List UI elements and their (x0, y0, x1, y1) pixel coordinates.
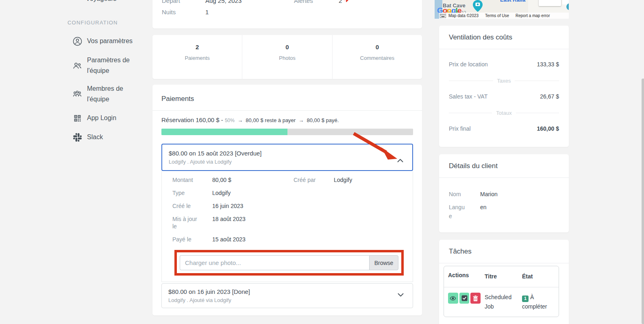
reservation-percent: 50% (225, 118, 235, 123)
payment-subtitle: Lodgify . Ajouté via Lodgify (168, 297, 406, 303)
sidebar-item-slack[interactable]: Slack (72, 132, 141, 142)
detail-row: Montant 80,00 $ Créé par Lodgify (162, 173, 413, 186)
client-name-value: Marion (480, 190, 498, 199)
final-price-row: Prix final 160,00 $ (439, 125, 569, 132)
costs-title: Ventilation des coûts (439, 26, 569, 49)
stat-commentaires: 0 Commentaires (332, 35, 422, 79)
map[interactable]: East Raila Bat Cave ถ้ำค้างคาว Google Ma… (435, 0, 569, 19)
photo-upload-group: Browse (180, 255, 398, 270)
sidebar-item-label: App Login (87, 113, 141, 123)
stat-label: Commentaires (360, 55, 395, 61)
checkbox-icon (461, 295, 468, 301)
sidebar-item-membres-equipe[interactable]: Membres de l'équipe (72, 83, 141, 105)
tasks-title: Tâches (439, 240, 569, 263)
payment-title: $80.00 on 16 juin 2023 [Done] (168, 288, 406, 295)
chevron-up-icon[interactable] (397, 157, 403, 164)
browse-button[interactable]: Browse (369, 255, 398, 270)
column-titre: Titre (481, 266, 518, 287)
tasks-table-header: Actions Titre État (444, 266, 559, 287)
task-row: Scheduled Job 1À compléter (444, 287, 559, 317)
detail-value: 18 août 2023 (212, 215, 246, 230)
sidebar-item-voyageurs[interactable]: Voyageurs (86, 0, 117, 2)
tasks-card: Tâches Actions Titre État (439, 240, 569, 324)
booking-info-card: Départ Aug 25, 2023 Alertes 2 Nuits 1 (152, 0, 422, 28)
tasks-table: Actions Titre État (444, 266, 559, 317)
sidebar-item-parametres-equipe[interactable]: Paramètres de l'équipe (72, 55, 141, 76)
sidebar-item-label: Slack (87, 132, 141, 142)
app-screen: Voyageurs CONFIGURATION Vos paramètres P… (0, 0, 644, 324)
scrollbar-thumb[interactable] (642, 79, 644, 324)
tax-row: Sales tax - VAT 26,67 $ (439, 93, 569, 100)
detail-label: Créé le (172, 202, 198, 210)
payment-summary: Réservation 160,00 $ - 50% → 80,00 $ res… (161, 116, 413, 123)
chevron-down-icon[interactable] (398, 291, 404, 298)
rent-label: Prix de location (449, 61, 488, 68)
stat-value: 0 (285, 44, 289, 50)
task-title: Scheduled Job (481, 287, 518, 317)
totals-divider: Totaux (439, 109, 569, 116)
detail-row: Payé le 15 août 2023 (162, 233, 413, 246)
eye-icon (450, 295, 456, 302)
column-actions: Actions (444, 266, 481, 287)
final-price-value: 160,00 $ (537, 125, 559, 132)
arrow-glyph: → (297, 117, 305, 123)
depart-value: Aug 25, 2023 (205, 0, 242, 4)
view-task-button[interactable] (448, 293, 458, 304)
tax-label: Sales tax - VAT (449, 93, 487, 100)
stat-label: Paiements (185, 55, 209, 61)
stat-value: 0 (376, 44, 379, 50)
cost-breakdown-card: Ventilation des coûts Prix de location 1… (439, 26, 569, 147)
report-map-error-link[interactable]: Report a map error (516, 13, 550, 18)
sidebar-item-app-login[interactable]: App Login (72, 113, 141, 123)
final-price-label: Prix final (449, 125, 471, 132)
detail-row: Mis à jour le 18 août 2023 (162, 212, 413, 233)
rent-row: Prix de location 133,33 $ (439, 61, 569, 68)
stats-card: 2 Paiements 0 Photos 0 Commentaires (152, 35, 422, 79)
payment-subtitle: Lodgify . Ajouté via Lodgify (169, 159, 406, 165)
client-name-row: Nom Marion (439, 190, 569, 199)
payment-title: $80.00 on 15 août 2023 [Overdue] (169, 150, 406, 157)
user-circle-icon (72, 36, 82, 46)
detail-row: Type Lodgify (162, 186, 413, 199)
payment-item-overdue-header[interactable]: $80.00 on 15 août 2023 [Overdue] Lodgify… (161, 144, 413, 171)
client-lang-value: en (480, 203, 487, 221)
map-data-text: Map data ©2023 (448, 13, 479, 18)
progress-fill (161, 129, 287, 135)
map-control-button[interactable] (539, 0, 561, 6)
payments-card: Paiements Réservation 160,00 $ - 50% → 8… (152, 85, 422, 315)
client-lang-row: Langue en (439, 203, 569, 221)
annotation-highlight-box: Browse (174, 250, 404, 276)
payment-details: Montant 80,00 $ Créé par Lodgify Type Lo… (161, 171, 413, 282)
keyboard-icon[interactable] (440, 14, 446, 18)
sidebar-section-configuration: CONFIGURATION (67, 20, 118, 26)
client-details-card: Détails du client Nom Marion Langue en (439, 154, 569, 232)
client-title: Détails du client (439, 154, 569, 178)
remaining-amount: 80,00 $ reste à payer (246, 117, 296, 123)
reservation-amount: Réservation 160,00 $ - (161, 116, 223, 123)
sidebar-item-label: Paramètres de l'équipe (87, 55, 141, 76)
detail-value: 80,00 $ (212, 176, 231, 184)
team-settings-icon (72, 61, 82, 70)
detail-value: 16 juin 2023 (212, 202, 243, 210)
payment-progress-bar (161, 129, 413, 135)
map-area-label: East Raila (500, 0, 525, 3)
detail-row: Créé le 16 juin 2023 (162, 199, 413, 212)
payment-item-done-header[interactable]: $80.00 on 16 juin 2023 [Done] Lodgify . … (161, 283, 413, 308)
client-name-label: Nom (449, 190, 468, 199)
sidebar-item-label: Vos paramètres (87, 36, 141, 46)
task-status: 1À compléter (518, 287, 559, 317)
map-camera-pin-icon (473, 0, 483, 13)
delete-task-button[interactable] (470, 293, 481, 304)
detail-label: Mis à jour le (172, 215, 198, 230)
stat-label: Photos (279, 55, 295, 61)
stat-photos: 0 Photos (242, 35, 332, 79)
photo-upload-input[interactable] (180, 255, 369, 270)
thumbs-down-icon (344, 0, 350, 4)
tax-value: 26,67 $ (540, 93, 559, 100)
complete-task-button[interactable] (459, 293, 470, 304)
detail-value: Lodgify (212, 189, 231, 197)
terms-of-use-link[interactable]: Terms of Use (485, 13, 509, 18)
sidebar-item-vos-parametres[interactable]: Vos paramètres (72, 36, 141, 46)
sidebar: Voyageurs CONFIGURATION Vos paramètres P… (0, 0, 152, 324)
stat-paiements: 2 Paiements (152, 35, 242, 79)
